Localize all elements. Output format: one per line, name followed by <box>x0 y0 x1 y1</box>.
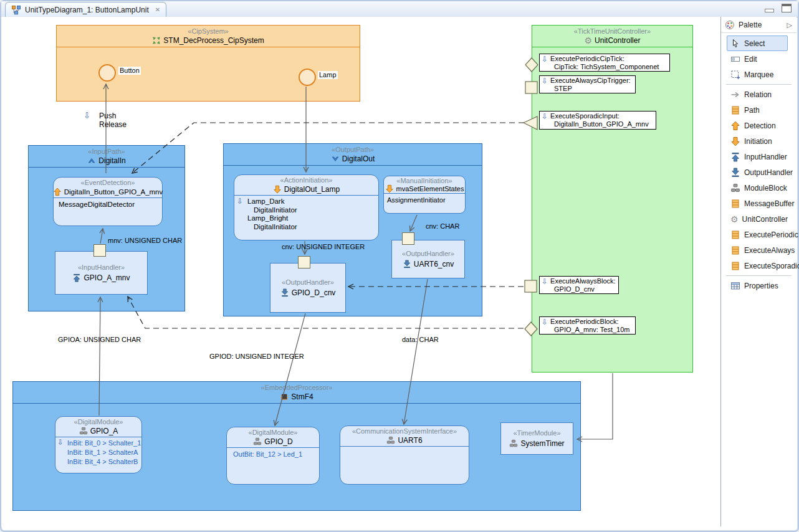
action-initiation-name: DigitalOut_Lamp <box>284 184 340 194</box>
palette-item-messagebuffer[interactable]: MessageBuffer <box>727 196 788 211</box>
bit-mapping: OutBit: Bit_12 > Led_1 <box>227 448 319 459</box>
palette-item-properties[interactable]: Properties <box>727 278 788 293</box>
port-output-handler-gpio[interactable] <box>298 256 310 268</box>
event-label-push[interactable]: Push <box>99 112 116 120</box>
palette-item-path[interactable]: Path <box>727 102 788 118</box>
palette-item-marquee[interactable]: Marquee <box>727 67 788 82</box>
palette-item-outputhandler[interactable]: OutputHandler <box>727 164 788 180</box>
output-path-header: «OutputPath» DigitalOut <box>224 144 482 166</box>
port-button[interactable] <box>98 64 116 82</box>
wire-label-mnv[interactable]: mnv: UNSIGNED CHAR <box>108 237 182 245</box>
action-initiation-header: «ActionInitiation» DigitalOut_Lamp <box>234 175 378 196</box>
maximize-icon[interactable] <box>782 4 792 12</box>
output-handler-name: GPIO_D_cnv <box>292 288 336 298</box>
action-initiation-stereotype: «ActionInitiation» <box>236 176 377 184</box>
wire-label-data[interactable]: data: CHAR <box>402 336 439 344</box>
chip-icon <box>280 392 289 401</box>
uart6-module-node[interactable]: «CommunicationSystemInterface» UART6 <box>340 425 469 485</box>
event-label-release[interactable]: Release <box>99 121 127 129</box>
editor-tab-bar: UnitTypeDiagram_1: ButtonLampUnit ✕ <box>1 1 798 17</box>
palette-item-moduleblock[interactable]: ModuleBlock <box>727 180 788 196</box>
palette-item-executeperiodic[interactable]: ExecutePeriodic <box>727 227 788 242</box>
initiation-arrow-down-icon <box>385 184 394 193</box>
palette-item-inputhandler[interactable]: InputHandler <box>727 149 788 164</box>
port-output-handler-uart[interactable] <box>402 232 414 245</box>
exec-block-always-block[interactable]: ⇩ExecuteAlwaysBlock: GPIO_D_cnv <box>539 276 619 294</box>
exec-line1: ExecutePeriodicCipTick: <box>550 55 624 63</box>
palette-item-select[interactable]: Select <box>727 36 788 51</box>
manual-initiation-stereotype: «ManualInitiation» <box>385 177 464 184</box>
cip-system-name: STM_DecProcess_CipSystem <box>163 36 264 45</box>
palette-item-unitcontroller[interactable]: ⚙ UnitController <box>727 211 788 227</box>
action-initiation-node[interactable]: «ActionInitiation» DigitalOut_Lamp ⇩Lamp… <box>234 174 379 240</box>
down-outline-arrow-icon: ⇩ <box>542 278 548 285</box>
gear-icon: ⚙ <box>730 215 739 224</box>
input-handler-node[interactable]: «InputHandler» GPIO_A_mnv <box>55 251 148 295</box>
uart6-header: «CommunicationSystemInterface» UART6 <box>340 426 469 447</box>
wire-label-cnv-char[interactable]: cnv: CHAR <box>426 222 459 230</box>
palette-item-detection[interactable]: Detection <box>727 118 788 133</box>
palette-item-label: Detection <box>744 121 776 130</box>
modules-icon <box>386 436 395 445</box>
output-handler-uart-node[interactable]: «OutputHandler» UART6_cnv <box>391 240 465 278</box>
palette-item-label: ExecutePeriodic <box>744 230 798 239</box>
arrow-up-bar-blue-icon <box>730 152 740 162</box>
palette-item-label: Properties <box>744 282 778 290</box>
gpio-d-header: «DigitalModule» GPIO_D <box>227 427 319 448</box>
embedded-processor-stereotype: «EmbeddedProcessor» <box>13 384 580 392</box>
port-input-handler[interactable] <box>93 244 106 257</box>
down-outline-arrow-icon: ⇩ <box>542 318 548 326</box>
app-window: UnitTypeDiagram_1: ButtonLampUnit ✕ «Cip… <box>0 0 799 532</box>
manual-initiation-header: «ManualInitiation» mvaSetElementStates <box>384 176 465 194</box>
down-outline-arrow-icon: ⇩ <box>84 112 90 120</box>
cip-system-block[interactable]: «CipSystem» STM_DecProcess_CipSystem <box>56 25 360 102</box>
wire-label-gpiod[interactable]: GPIOD: UNSIGNED INTEGER <box>209 353 304 361</box>
exec-block-periodic-ciptick[interactable]: ⇩ExecutePeriodicCipTick: CipTick: TichSy… <box>539 54 670 72</box>
minimize-icon[interactable] <box>765 9 774 12</box>
gpio-a-name: GPIO_A <box>90 426 118 436</box>
gpio-d-module-node[interactable]: «DigitalModule» GPIO_D OutBit: Bit_12 > … <box>226 427 320 485</box>
port-label-lamp[interactable]: Lamp <box>318 71 338 79</box>
unit-controller-name: UnitController <box>595 36 640 45</box>
palette-item-initiation[interactable]: Initiation <box>727 133 788 149</box>
palette-item-relation[interactable]: Relation <box>727 87 788 102</box>
palette-item-label: OutputHandler <box>744 168 793 177</box>
editor-tab[interactable]: UnitTypeDiagram_1: ButtonLampUnit ✕ <box>5 2 166 17</box>
chevron-right-icon[interactable]: ▷ <box>787 21 792 29</box>
palette-separator <box>726 275 792 276</box>
palette-item-label: Select <box>744 39 765 48</box>
port-lamp[interactable] <box>299 69 316 86</box>
exec-block-always-ciptrigger[interactable]: ⇩ExecuteAlwaysCipTrigger: STEP <box>539 75 636 93</box>
system-timer-node[interactable]: «TimerModule» SystemTimer <box>500 422 573 455</box>
manual-initiation-name: mvaSetElementStates <box>396 184 464 193</box>
down-outline-arrow-icon: ⇩ <box>542 113 548 120</box>
palette-item-executealways[interactable]: ExecuteAlways <box>727 242 788 258</box>
palette-panel: Palette ▷ Select Edit Marquee Relation <box>720 17 797 526</box>
tab-close-icon[interactable]: ✕ <box>155 6 160 13</box>
buffer-icon <box>730 261 740 271</box>
exec-line2: GPIO_D_cnv <box>542 285 616 293</box>
tab-title: UnitTypeDiagram_1: ButtonLampUnit <box>25 6 149 14</box>
exec-block-periodic-block[interactable]: ⇩ExecutePeriodicBlock: GPIO_A_mnv: Test_… <box>539 316 636 335</box>
palette-item-executesporadic[interactable]: ExecuteSporadic <box>727 258 788 273</box>
action-item: DigitalInitiator <box>234 206 378 215</box>
down-outline-arrow-icon: ⇩ <box>237 197 243 205</box>
output-handler-gpio-node[interactable]: «OutputHandler» GPIO_D_cnv <box>270 263 346 313</box>
input-handler-name: GPIO_A_mnv <box>84 273 130 283</box>
port-label-button[interactable]: Button <box>118 67 141 75</box>
modules-icon <box>730 183 740 193</box>
wire-label-cnv-int[interactable]: cnv: UNSIGNED INTEGER <box>282 243 365 251</box>
palette-header[interactable]: Palette ▷ <box>721 17 797 33</box>
palette-item-label: ExecuteAlways <box>744 246 795 255</box>
arrow-up-orange-icon <box>730 121 740 131</box>
wire-label-gpioa[interactable]: GPIOA: UNSIGNED CHAR <box>58 336 141 344</box>
gpio-a-module-node[interactable]: «DigitalModule» GPIO_A ⇩InBit: Bit_0 > S… <box>55 416 142 473</box>
modules-icon <box>509 439 518 448</box>
exec-block-sporadic-input[interactable]: ⇩ExecuteSporadicInput: DigitalIn_Button_… <box>539 111 656 130</box>
buffer-icon <box>730 230 740 240</box>
window-buttons <box>765 4 792 12</box>
event-detection-node[interactable]: «EventDetection» DigitalIn_Button_GPIO_A… <box>53 177 163 226</box>
exec-line2: STEP <box>542 85 633 93</box>
manual-initiation-node[interactable]: «ManualInitiation» mvaSetElementStates A… <box>383 176 466 214</box>
palette-item-edit[interactable]: Edit <box>727 51 788 67</box>
